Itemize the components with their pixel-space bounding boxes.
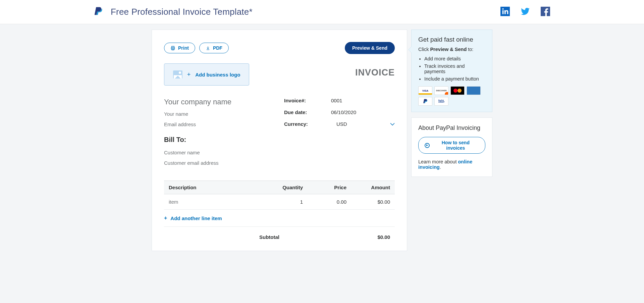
promo-panel: Get paid fast online Click Preview & Sen… xyxy=(411,30,492,112)
facebook-icon xyxy=(541,7,550,16)
table-row: 1 0.00 $0.00 xyxy=(164,194,395,210)
promo-bullet: Include a payment button xyxy=(424,76,486,82)
item-description-input[interactable] xyxy=(169,199,259,205)
page-title: Free Professional Invoice Template* xyxy=(111,7,253,17)
pdf-button[interactable]: PDF xyxy=(199,43,229,53)
line-items-table: Description Quantity Price Amount 1 0.00… xyxy=(164,181,395,243)
col-description: Description xyxy=(169,185,259,190)
social-links xyxy=(500,7,550,17)
visa-icon: VISA xyxy=(418,86,432,95)
amex-icon xyxy=(467,86,481,95)
linkedin-icon xyxy=(500,7,510,16)
customer-name-input[interactable] xyxy=(164,150,271,155)
discover-icon: DISCOVER xyxy=(434,86,448,95)
due-date-input[interactable] xyxy=(331,109,395,115)
promo-bullet: Add more details xyxy=(424,56,486,61)
invoice-number-label: Invoice#: xyxy=(284,98,331,103)
item-qty[interactable]: 1 xyxy=(259,199,303,205)
subtotal-value: $0.00 xyxy=(346,234,390,240)
paypal-logo-icon xyxy=(94,6,103,18)
your-email-input[interactable] xyxy=(164,121,271,127)
subtotal-label: Subtotal xyxy=(259,234,346,240)
download-icon xyxy=(206,46,210,51)
pdf-label: PDF xyxy=(213,45,222,51)
currency-select[interactable]: USD xyxy=(336,121,395,127)
mastercard-icon xyxy=(450,86,465,95)
promo-bullet: Track invoices and payments xyxy=(424,63,486,74)
play-icon xyxy=(425,143,430,148)
col-amount: Amount xyxy=(346,185,390,190)
facebook-link[interactable] xyxy=(541,7,550,17)
customer-email-input[interactable] xyxy=(164,160,271,166)
twitter-link[interactable] xyxy=(521,7,530,17)
item-amount: $0.00 xyxy=(346,199,390,205)
about-heading: About PayPal Invoicing xyxy=(418,124,485,132)
paypal-credit-icon: PayPalCREDIT xyxy=(434,97,448,106)
add-line-item-button[interactable]: + Add another line item xyxy=(164,210,395,227)
twitter-icon xyxy=(521,7,530,16)
add-line-label: Add another line item xyxy=(170,215,222,221)
about-panel: About PayPal Invoicing How to send invoi… xyxy=(411,117,492,177)
col-price: Price xyxy=(303,185,346,190)
promo-lead: Click Preview & Send to: xyxy=(418,47,486,52)
bill-to-heading: Bill To: xyxy=(164,136,271,144)
invoice-card: Print PDF Preview & Send + Add business … xyxy=(152,30,407,251)
currency-value: USD xyxy=(336,121,390,127)
currency-label: Currency: xyxy=(284,121,336,127)
howto-button[interactable]: How to send invoices xyxy=(418,137,485,154)
add-logo-label: Add business logo xyxy=(195,72,240,78)
company-name-input[interactable] xyxy=(164,98,271,106)
page-header: Free Professional Invoice Template* xyxy=(0,0,644,24)
col-quantity: Quantity xyxy=(259,185,303,190)
image-placeholder-icon xyxy=(173,70,182,79)
linkedin-link[interactable] xyxy=(500,7,510,17)
plus-icon: + xyxy=(187,71,191,78)
payment-methods: VISA DISCOVER PayPalCREDIT xyxy=(418,86,486,106)
your-name-input[interactable] xyxy=(164,111,271,117)
print-label: Print xyxy=(178,45,189,51)
item-price[interactable]: 0.00 xyxy=(303,199,346,205)
learn-more-text: Learn more about online invoicing. xyxy=(418,159,485,170)
add-logo-dropzone[interactable]: + Add business logo xyxy=(164,63,249,86)
print-icon xyxy=(170,46,175,51)
plus-icon: + xyxy=(164,215,167,221)
print-button[interactable]: Print xyxy=(164,43,195,53)
promo-heading: Get paid fast online xyxy=(418,36,486,43)
chevron-down-icon xyxy=(390,121,395,127)
paypal-card-icon xyxy=(418,97,432,106)
preview-send-button[interactable]: Preview & Send xyxy=(345,42,395,54)
due-date-label: Due date: xyxy=(284,109,331,115)
howto-label: How to send invoices xyxy=(432,140,479,151)
invoice-heading: INVOICE xyxy=(355,67,395,78)
invoice-number-input[interactable] xyxy=(331,98,395,103)
